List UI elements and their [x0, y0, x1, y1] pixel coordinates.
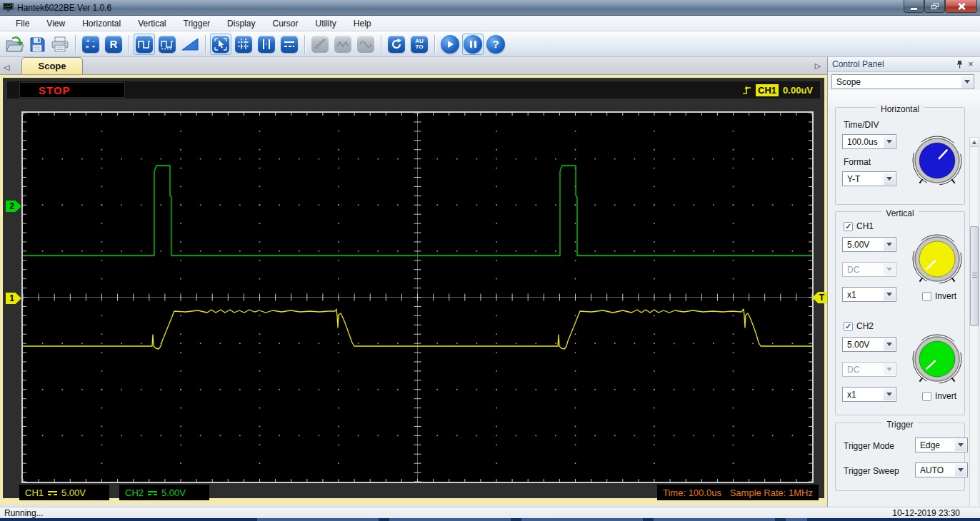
timebase-knob[interactable] — [909, 132, 966, 189]
ch2-invert-checkbox[interactable]: Invert — [922, 391, 956, 401]
close-icon — [958, 3, 965, 10]
sine-wave-button — [355, 34, 376, 55]
grid-button[interactable] — [233, 34, 254, 55]
auto-set-icon: AU TO — [411, 36, 428, 53]
ramp-button[interactable] — [179, 34, 201, 55]
menu-utility[interactable]: Utility — [306, 16, 344, 31]
checkbox-icon — [922, 392, 931, 401]
control-panel-body: Horizontal Time/DIV 100.0us Format Y-T V… — [828, 90, 980, 494]
trigger-level-marker[interactable]: T — [812, 292, 828, 303]
trigger-source-badge: CH1 — [756, 84, 779, 96]
trigger-sweep-select[interactable]: AUTO — [915, 462, 968, 477]
ch1-position-marker[interactable]: 1 — [6, 293, 21, 304]
restore-icon — [931, 3, 939, 9]
timebase-readout: Time: 100.0us Sample Rate: 1MHz — [657, 485, 819, 500]
dropdown-arrow-icon — [884, 136, 895, 148]
ch2-readout-scale: 5.00V — [161, 487, 186, 498]
status-text: Running... — [0, 508, 892, 518]
refresh-button[interactable] — [386, 34, 407, 55]
menu-view[interactable]: View — [38, 16, 74, 31]
ch2-position-knob[interactable] — [909, 330, 966, 388]
menu-trigger[interactable]: Trigger — [175, 16, 219, 31]
trigger-group: Trigger — [835, 423, 965, 491]
scope-bottom-bar: CH1 5.00V CH2 5.00V Time: 100.0us Sample… — [7, 485, 820, 500]
ch1-position-knob[interactable] — [909, 231, 966, 288]
dc-coupling-icon — [48, 491, 57, 496]
time-div-select[interactable]: 100.0us — [842, 134, 896, 149]
tab-scroll-left-icon[interactable]: ◁ — [0, 60, 13, 74]
tab-scroll-right-icon[interactable]: ▷ — [811, 59, 824, 73]
auto-set-button[interactable]: AU TO — [409, 34, 430, 55]
ch2-position-marker[interactable]: 2 — [6, 201, 21, 212]
start-button[interactable] — [439, 34, 461, 55]
menu-display[interactable]: Display — [219, 16, 264, 31]
square-wave-alt-button[interactable] — [156, 34, 178, 55]
trigger-group-title: Trigger — [882, 420, 918, 430]
time-div-label: Time/DIV — [844, 120, 879, 130]
vertical-group-title: Vertical — [881, 208, 918, 218]
vertical-scroll-thumb[interactable] — [970, 226, 979, 326]
trigger-mode-select[interactable]: Edge — [915, 437, 968, 452]
sample-rate-value: Sample Rate: 1MHz — [730, 487, 813, 498]
close-button[interactable] — [945, 0, 977, 13]
trigger-edge-icon — [742, 84, 751, 96]
reference-icon: R — [105, 36, 122, 53]
ch1-enable-checkbox[interactable]: ✓ CH1 — [844, 221, 874, 231]
ch1-probe-select[interactable]: x1 — [842, 287, 896, 302]
dc-coupling-icon — [148, 491, 157, 496]
menu-vertical[interactable]: Vertical — [129, 16, 174, 31]
panel-mode-select[interactable]: Scope — [831, 74, 974, 89]
pin-icon[interactable] — [954, 59, 965, 70]
panel-close-icon[interactable]: × — [965, 59, 976, 70]
ch1-invert-checkbox[interactable]: Invert — [922, 291, 956, 301]
square-wave-button[interactable] — [134, 34, 155, 55]
format-select[interactable]: Y-T — [842, 171, 896, 186]
menu-bar: File View Horizontal Vertical Trigger Di… — [0, 16, 980, 31]
ch1-probe-value: x1 — [847, 290, 856, 300]
tab-scope[interactable]: Scope — [21, 57, 83, 74]
toolbar-separator — [75, 35, 76, 54]
menu-horizontal[interactable]: Horizontal — [74, 16, 129, 31]
math-button[interactable]: + - × ÷ — [80, 34, 101, 55]
trigger-readout: CH1 0.00uV — [742, 82, 813, 98]
horizontal-cursors-button[interactable] — [279, 34, 300, 55]
stop-label: STOP — [39, 84, 71, 96]
reference-button[interactable]: R — [103, 34, 124, 55]
ch2-enable-checkbox[interactable]: ✓ CH2 — [844, 321, 874, 331]
minimize-button[interactable] — [904, 0, 924, 13]
restore-button[interactable] — [924, 0, 945, 13]
menu-help[interactable]: Help — [345, 16, 380, 31]
select-cursor-button[interactable] — [210, 34, 231, 55]
panel-vertical-scrollbar[interactable] — [969, 137, 979, 521]
trigger-sweep-value: AUTO — [920, 465, 944, 475]
toolbar: + - × ÷ R — [0, 31, 980, 57]
scroll-up-icon[interactable] — [970, 138, 979, 147]
status-bar: Running... 10-12-2019 23:30 — [0, 507, 980, 518]
vertical-cursors-button[interactable] — [256, 34, 277, 55]
dropdown-arrow-icon — [884, 238, 895, 251]
ch1-checkbox-label: CH1 — [856, 221, 874, 231]
square-wave-icon — [136, 36, 153, 53]
ch1-coupling-value: DC — [847, 265, 859, 275]
window-title: Hantek6022BE Ver 1.0.6 — [17, 3, 111, 13]
ch2-probe-select[interactable]: x1 — [842, 387, 896, 402]
waveform-plot[interactable] — [21, 111, 814, 483]
help-button[interactable]: ? — [485, 34, 506, 55]
ch1-readout-scale: 5.00V — [61, 487, 86, 498]
save-button[interactable] — [26, 34, 48, 55]
dropdown-arrow-icon — [884, 388, 895, 400]
ch2-scale-value: 5.00V — [847, 340, 869, 350]
pause-button[interactable] — [462, 34, 484, 55]
menu-cursor[interactable]: Cursor — [264, 16, 306, 31]
ch2-scale-select[interactable]: 5.00V — [842, 337, 896, 352]
dropdown-arrow-icon — [955, 464, 966, 476]
menu-file[interactable]: File — [7, 16, 38, 31]
ch1-readout-label: CH1 — [25, 487, 44, 498]
trigger-mode-label: Trigger Mode — [844, 441, 894, 451]
ch1-scale-select[interactable]: 5.00V — [842, 237, 896, 252]
print-button[interactable] — [49, 34, 71, 55]
control-panel-header: Control Panel × — [828, 57, 980, 72]
ch1-coupling-select: DC — [842, 262, 896, 277]
print-icon — [51, 36, 69, 53]
open-button[interactable] — [4, 34, 25, 55]
